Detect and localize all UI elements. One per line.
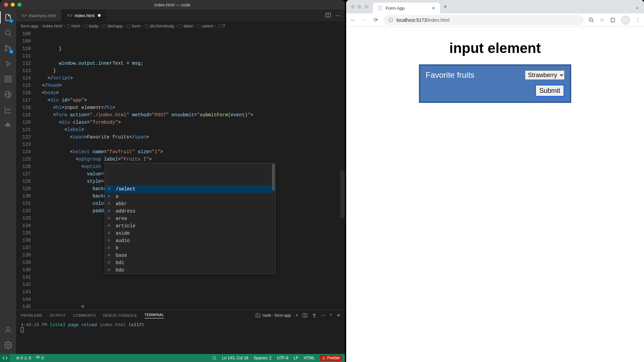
breadcrumb-item[interactable]: ⬚body xyxy=(84,23,98,28)
minimize-window[interactable] xyxy=(11,3,15,7)
panel-tab[interactable]: OUTPUT xyxy=(50,313,66,317)
close-window[interactable] xyxy=(4,3,8,7)
panel-tab[interactable]: DEBUG CONSOLE xyxy=(103,313,137,317)
autocomplete-item[interactable]: ⌗address xyxy=(105,207,275,215)
svg-point-2 xyxy=(5,50,7,51)
site-info-icon[interactable]: ⓘ xyxy=(388,17,393,23)
breadcrumb-item[interactable]: ⬚div#app xyxy=(102,23,123,28)
extensions-icon[interactable] xyxy=(3,74,13,84)
html-file-icon: <> xyxy=(67,13,72,18)
breadcrumb-item[interactable]: index.html xyxy=(42,23,62,28)
breadcrumb-item[interactable]: ⬚label xyxy=(178,23,193,28)
autocomplete-item[interactable]: ⌗a xyxy=(105,193,275,200)
remote-indicator[interactable] xyxy=(0,354,10,362)
terminal-output[interactable]: 4:49:28 PM [vite] page reload index.html… xyxy=(16,321,345,335)
status-bar: ⊘ 0 ⚠ 0 0 Ln 143, Col 18 Spaces: 2 UTF-8… xyxy=(0,354,345,362)
autocomplete-item[interactable]: ⌗aside xyxy=(105,230,275,237)
docker-icon[interactable] xyxy=(3,121,13,130)
status-encoding[interactable]: UTF-8 xyxy=(277,356,288,360)
snippet-icon: ⌗ xyxy=(108,193,113,200)
breadcrumb-item[interactable]: ⬚div.formbody xyxy=(145,23,174,28)
autocomplete-item[interactable]: ⌗area xyxy=(105,215,275,222)
split-terminal-icon[interactable] xyxy=(303,313,307,318)
status-find-icon[interactable] xyxy=(212,356,217,360)
maximize-window[interactable] xyxy=(17,3,21,7)
account-icon[interactable] xyxy=(3,325,13,335)
editor-tab[interactable]: <>thankyou.html xyxy=(16,9,62,21)
chevron-down-icon[interactable]: ⌄ xyxy=(635,4,644,10)
more-actions-icon[interactable]: ⋯ xyxy=(335,12,341,19)
browser-close[interactable] xyxy=(351,5,355,9)
code-editor[interactable]: 1081091101111121131141151161171181191201… xyxy=(16,30,345,310)
new-tab-button[interactable]: + xyxy=(443,3,447,10)
explorer-icon[interactable]: 1 xyxy=(3,13,13,22)
debug-icon[interactable] xyxy=(3,59,13,68)
status-lang[interactable]: HTML xyxy=(304,356,315,360)
svg-point-0 xyxy=(5,30,10,35)
search-icon[interactable] xyxy=(3,28,13,38)
breadcrumb-item[interactable]: ⬚html xyxy=(66,23,80,28)
activity-bar: 1 3 xyxy=(0,9,16,354)
autocomplete-item[interactable]: ⌗base xyxy=(105,252,275,259)
autocomplete-item[interactable]: ⌗bdi xyxy=(105,259,275,266)
profile-avatar[interactable] xyxy=(621,16,630,24)
graph-icon[interactable] xyxy=(3,105,13,115)
browser-tab[interactable]: Form App ✕ xyxy=(373,3,440,13)
status-cursor[interactable]: Ln 143, Col 18 xyxy=(222,356,248,360)
split-editor-icon[interactable] xyxy=(325,12,331,19)
kill-terminal-icon[interactable] xyxy=(312,313,317,318)
breadcrumbs[interactable]: form-app›index.html›⬚html›⬚body›⬚div#app… xyxy=(16,21,345,30)
browser-minimize[interactable] xyxy=(358,5,362,9)
settings-gear-icon[interactable] xyxy=(3,341,13,350)
panel-tab[interactable]: COMMENTS xyxy=(73,313,96,317)
panel-tab[interactable]: PROBLEMS xyxy=(21,313,42,317)
bookmark-icon[interactable]: ☆ xyxy=(600,17,604,23)
editor-tab[interactable]: <>index.html xyxy=(62,9,106,21)
browser-titlebar: Form App ✕ + ⌄ xyxy=(346,0,644,13)
terminal-dropdown[interactable]: node - form-app xyxy=(256,313,291,318)
autocomplete-item[interactable]: ⌗bdo xyxy=(105,266,275,274)
new-terminal-icon[interactable]: + xyxy=(296,313,298,318)
source-control-icon[interactable]: 3 xyxy=(3,44,13,53)
back-button[interactable]: ← xyxy=(350,17,356,23)
menu-icon[interactable]: ⋮ xyxy=(635,17,641,23)
breadcrumb-item[interactable]: ⬚? xyxy=(218,23,225,28)
autocomplete-item[interactable]: ⌗audio xyxy=(105,237,275,244)
autocomplete-popup[interactable]: ⌗/select⌗a⌗abbr⌗address⌗area⌗article⌗asi… xyxy=(105,163,276,274)
svg-rect-5 xyxy=(5,80,7,82)
close-panel-icon[interactable]: ✕ xyxy=(337,313,340,318)
svg-rect-10 xyxy=(7,125,8,126)
minimap[interactable] xyxy=(340,30,345,310)
extensions-icon[interactable] xyxy=(610,17,616,23)
remote-icon[interactable] xyxy=(3,90,13,99)
breadcrumb-item[interactable]: ⬚select xyxy=(197,23,213,28)
autocomplete-item[interactable]: ⌗article xyxy=(105,222,275,230)
svg-point-1 xyxy=(5,46,7,47)
status-prettier[interactable]: ⚠ Prettier xyxy=(320,355,342,361)
snippet-icon: ⌗ xyxy=(108,200,113,207)
forward-button[interactable]: → xyxy=(361,17,368,23)
autocomplete-item[interactable]: ⌗/select xyxy=(105,185,275,193)
breadcrumb-item[interactable]: ⬚form xyxy=(127,23,141,28)
breadcrumb-item[interactable]: form-app xyxy=(21,23,38,28)
address-bar[interactable]: ⓘ localhost:5173/index.html xyxy=(384,15,584,25)
status-problems[interactable]: ⊘ 0 ⚠ 0 xyxy=(16,356,31,360)
svg-rect-9 xyxy=(5,125,7,126)
autocomplete-scrollbar[interactable] xyxy=(272,164,275,191)
autocomplete-item[interactable]: ⌗b xyxy=(105,244,275,252)
form-label: Favorite fruits xyxy=(426,70,474,80)
fruit-select[interactable]: Strawberry xyxy=(525,70,565,80)
close-tab-icon[interactable]: ✕ xyxy=(432,6,435,11)
autocomplete-item[interactable]: ⌗abbr xyxy=(105,200,275,207)
panel-tab[interactable]: TERMINAL xyxy=(145,313,164,318)
submit-button[interactable]: Submit xyxy=(535,84,565,97)
browser-maximize[interactable] xyxy=(364,5,368,9)
maximize-panel-icon[interactable]: ^ xyxy=(330,313,332,318)
panel-more-icon[interactable]: ⋯ xyxy=(321,313,325,318)
zoom-icon[interactable] xyxy=(588,17,594,23)
minimap-slider[interactable] xyxy=(340,171,345,218)
reload-button[interactable]: ⟳ xyxy=(372,17,379,23)
status-eol[interactable]: LF xyxy=(294,356,299,360)
status-spaces[interactable]: Spaces: 2 xyxy=(254,356,271,360)
status-ports[interactable]: 0 xyxy=(36,356,44,361)
